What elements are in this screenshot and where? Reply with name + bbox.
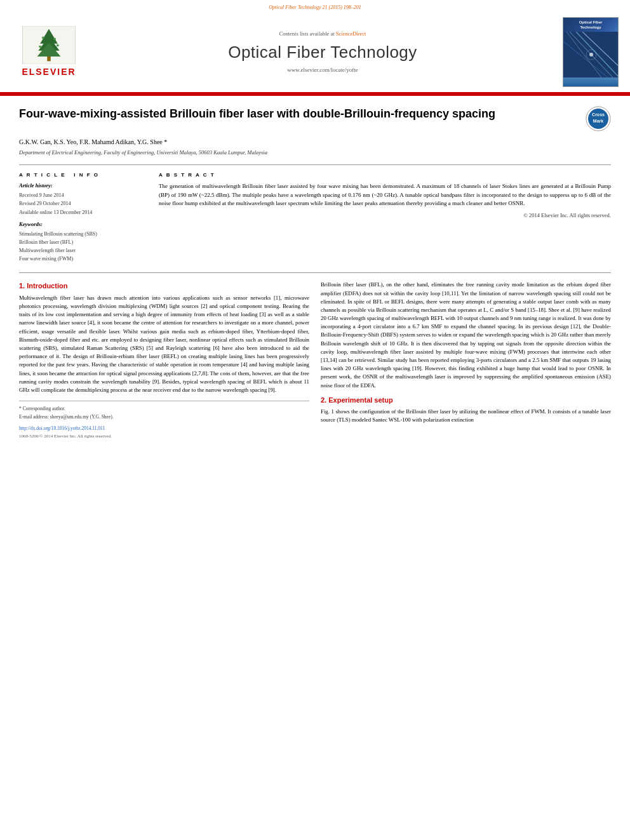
journal-cover-section: Optical FiberTechnology xyxy=(555,17,619,87)
keywords-label: Keywords: xyxy=(19,221,146,229)
svg-point-6 xyxy=(53,37,56,40)
section1-number: 1. Introduction xyxy=(19,281,309,291)
keyword-2: Brillouin fiber laser (BFL) xyxy=(19,239,146,246)
authors-text: G.K.W. Gan, K.S. Yeo, F.R. Mahamd Adikan… xyxy=(19,138,167,145)
elsevier-logo: ELSEVIER xyxy=(20,26,77,79)
abstract-text: The generation of multiwavelength Brillo… xyxy=(159,182,611,208)
journal-reference-bar: Optical Fiber Technology 21 (2015) 198–2… xyxy=(0,0,630,12)
issn-line: 1068-5200/© 2014 Elsevier Inc. All right… xyxy=(19,433,309,440)
info-abstract-section: A R T I C L E I N F O Article history: R… xyxy=(19,164,611,263)
journal-url: www.elsevier.com/locate/yofte xyxy=(90,66,555,74)
svg-text:Cross: Cross xyxy=(592,112,605,117)
copyright-line: © 2014 Elsevier Inc. All rights reserved… xyxy=(159,212,611,220)
abstract-column: A B S T R A C T The generation of multiw… xyxy=(159,171,611,263)
svg-point-8 xyxy=(57,44,59,47)
cover-title-text: Optical FiberTechnology xyxy=(577,18,605,32)
keyword-3: Multiwavelength fiber laser xyxy=(19,247,146,254)
article-title-section: Four-wave-mixing-assisted Brillouin fibe… xyxy=(19,106,611,131)
intro-paragraph-2: Brillouin fiber laser (BFL), on the othe… xyxy=(321,281,611,389)
cover-fiber-art-icon xyxy=(563,32,619,77)
page: Optical Fiber Technology 21 (2015) 198–2… xyxy=(0,0,630,840)
journal-cover-image: Optical FiberTechnology xyxy=(563,17,619,87)
affiliation: Department of Electrical Engineering, Fa… xyxy=(19,149,611,157)
body-section: 1. Introduction Multiwavelength fiber la… xyxy=(19,272,611,439)
received-date: Received 9 June 2014 xyxy=(19,192,146,199)
article-content: Four-wave-mixing-assisted Brillouin fibe… xyxy=(0,96,630,446)
abstract-heading: A B S T R A C T xyxy=(159,171,611,178)
footnotes-section: * Corresponding author. E-mail address: … xyxy=(19,401,309,439)
sciencedirect-link[interactable]: ScienceDirect xyxy=(336,30,366,37)
journal-title: Optical Fiber Technology xyxy=(90,41,555,63)
journal-header: ELSEVIER Contents lists available at Sci… xyxy=(0,12,630,93)
body-col-right: Brillouin fiber laser (BFL), on the othe… xyxy=(321,281,611,439)
svg-point-16 xyxy=(589,53,593,57)
crossmark-badge-icon: Cross Mark xyxy=(586,106,611,131)
keywords-section: Keywords: Stimulating Brillouin scatteri… xyxy=(19,221,146,263)
article-info-heading: A R T I C L E I N F O xyxy=(19,171,146,178)
svg-point-5 xyxy=(42,37,44,39)
section2-number: 2. Experimental setup xyxy=(321,395,611,406)
svg-text:Mark: Mark xyxy=(593,119,603,123)
keyword-1: Stimulating Brillouin scattering (SBS) xyxy=(19,230,146,237)
body-col-left: 1. Introduction Multiwavelength fiber la… xyxy=(19,281,309,439)
elsevier-logo-section: ELSEVIER xyxy=(8,26,90,79)
journal-info-center: Contents lists available at ScienceDirec… xyxy=(90,30,555,74)
cover-image-area xyxy=(563,32,618,86)
corresponding-author-note: * Corresponding author. xyxy=(19,405,309,412)
svg-point-7 xyxy=(39,45,41,48)
revised-date: Revised 29 October 2014 xyxy=(19,200,146,207)
elsevier-wordmark: ELSEVIER xyxy=(22,66,76,79)
article-info-column: A R T I C L E I N F O Article history: R… xyxy=(19,171,146,263)
contents-text: Contents lists available at xyxy=(279,30,335,37)
contents-line: Contents lists available at ScienceDirec… xyxy=(90,30,555,38)
article-history-label: Article history: xyxy=(19,182,146,190)
section2-paragraph: Fig. 1 shows the configuration of the Br… xyxy=(321,408,611,424)
elsevier-tree-icon xyxy=(20,26,77,64)
authors: G.K.W. Gan, K.S. Yeo, F.R. Mahamd Adikan… xyxy=(19,138,611,147)
available-date: Available online 13 December 2014 xyxy=(19,209,146,216)
intro-paragraph-1: Multiwavelength fiber laser has drawn mu… xyxy=(19,294,309,394)
journal-ref-text: Optical Fiber Technology 21 (2015) 198–2… xyxy=(269,4,361,10)
article-title: Four-wave-mixing-assisted Brillouin fibe… xyxy=(19,106,495,121)
email-note: E-mail address: sheeya@um.edu.my (Y.G. S… xyxy=(19,413,309,420)
keyword-4: Four wave mixing (FWM) xyxy=(19,255,146,262)
doi-line: http://dx.doi.org/10.1016/j.yofte.2014.1… xyxy=(19,425,309,432)
